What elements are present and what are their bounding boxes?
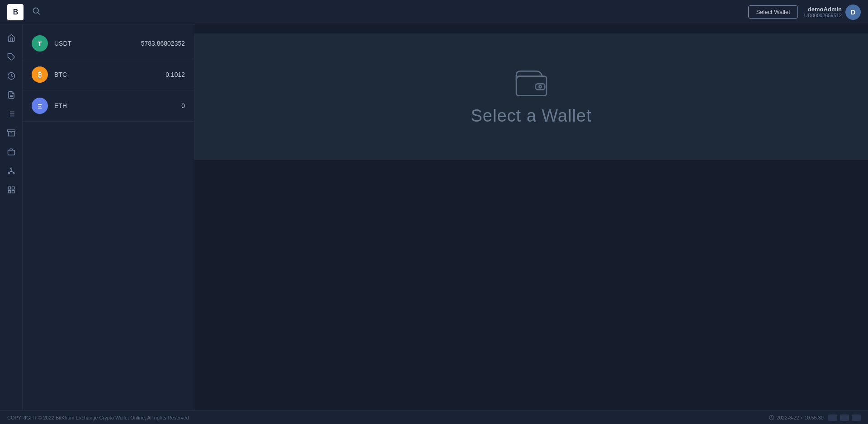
svg-line-19 bbox=[9, 171, 11, 173]
svg-point-17 bbox=[13, 173, 14, 174]
main-layout: T USDT 5783.86802352 ₿ BTC 0.1012 Ξ ETH … bbox=[0, 24, 868, 410]
svg-line-20 bbox=[11, 171, 14, 173]
footer-right: 2022-3-22 › 10:55:30 bbox=[769, 415, 861, 421]
user-id: UD00002659512 bbox=[804, 13, 842, 18]
sidebar-item-tag[interactable] bbox=[3, 49, 19, 65]
taskbar-icon-3 bbox=[852, 415, 861, 421]
user-text: demoAdmin UD00002659512 bbox=[804, 6, 842, 18]
wallet-list-panel: T USDT 5783.86802352 ₿ BTC 0.1012 Ξ ETH … bbox=[23, 24, 194, 410]
user-name: demoAdmin bbox=[808, 6, 842, 13]
footer-system-icons bbox=[828, 415, 861, 421]
wallet-list-item[interactable]: Ξ ETH 0 bbox=[23, 90, 194, 122]
navbar-right: Select Wallet demoAdmin UD00002659512 D bbox=[748, 5, 861, 20]
sidebar-item-orders[interactable] bbox=[3, 87, 19, 103]
sidebar-item-coin[interactable] bbox=[3, 68, 19, 84]
sidebar-item-network[interactable] bbox=[3, 163, 19, 179]
navbar-left: B bbox=[7, 4, 41, 20]
wallet-big-icon bbox=[514, 68, 548, 97]
select-wallet-panel: Select a Wallet bbox=[194, 33, 868, 160]
wallet-list-item[interactable]: T USDT 5783.86802352 bbox=[23, 28, 194, 59]
svg-rect-21 bbox=[8, 187, 10, 189]
sidebar-item-briefcase[interactable] bbox=[3, 144, 19, 160]
svg-point-15 bbox=[10, 168, 12, 169]
coin-icon-btc: ₿ bbox=[32, 66, 48, 83]
sidebar-item-list[interactable] bbox=[3, 106, 19, 122]
svg-rect-12 bbox=[7, 130, 15, 132]
footer-copyright: COPYRIGHT © 2022 BitKhum Exchange Crypto… bbox=[7, 415, 189, 420]
svg-rect-25 bbox=[516, 76, 547, 96]
sidebar-item-archive[interactable] bbox=[3, 125, 19, 141]
sidebar-item-grid[interactable] bbox=[3, 182, 19, 198]
navbar: B Select Wallet demoAdmin UD00002659512 … bbox=[0, 0, 868, 24]
coin-icon-usdt: T bbox=[32, 35, 48, 52]
clock-icon bbox=[769, 415, 774, 420]
svg-rect-26 bbox=[535, 84, 544, 90]
avatar[interactable]: D bbox=[845, 5, 861, 20]
sidebar-item-home[interactable] bbox=[3, 30, 19, 46]
coin-amount: 0 bbox=[101, 102, 185, 109]
svg-line-1 bbox=[38, 13, 40, 14]
footer: COPYRIGHT © 2022 BitKhum Exchange Crypto… bbox=[0, 410, 868, 424]
taskbar-icon-2 bbox=[840, 415, 849, 421]
coin-amount: 5783.86802352 bbox=[101, 40, 185, 47]
svg-point-16 bbox=[8, 173, 9, 174]
search-button[interactable] bbox=[32, 6, 41, 18]
select-wallet-prompt: Select a Wallet bbox=[471, 106, 591, 126]
select-wallet-button[interactable]: Select Wallet bbox=[748, 5, 797, 19]
logo: B bbox=[7, 4, 24, 20]
svg-point-0 bbox=[33, 8, 38, 13]
coin-amount: 0.1012 bbox=[101, 71, 185, 78]
svg-rect-22 bbox=[12, 187, 14, 189]
user-info: demoAdmin UD00002659512 D bbox=[804, 5, 861, 20]
coin-symbol: BTC bbox=[54, 71, 95, 78]
sidebar bbox=[0, 24, 23, 410]
coin-symbol: ETH bbox=[54, 102, 95, 109]
wallet-list-item[interactable]: ₿ BTC 0.1012 bbox=[23, 59, 194, 90]
svg-point-27 bbox=[539, 85, 542, 88]
coin-icon-eth: Ξ bbox=[32, 98, 48, 114]
footer-datetime: 2022-3-22 › 10:55:30 bbox=[769, 415, 824, 420]
svg-rect-14 bbox=[8, 150, 14, 155]
taskbar-icon-1 bbox=[828, 415, 837, 421]
coin-symbol: USDT bbox=[54, 40, 95, 47]
svg-rect-24 bbox=[12, 191, 14, 193]
main-content: Select a Wallet bbox=[194, 24, 868, 410]
svg-rect-23 bbox=[8, 191, 10, 193]
